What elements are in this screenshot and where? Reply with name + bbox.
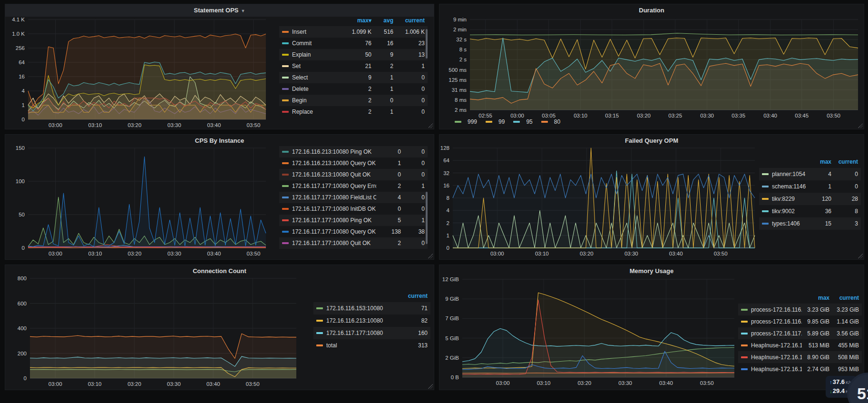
legend-scrollbar[interactable] [426, 192, 428, 244]
series-color-icon[interactable] [282, 162, 289, 164]
legend-item[interactable]: Begin200 [279, 95, 428, 106]
legend-col-current[interactable]: current [831, 158, 858, 165]
panel-title[interactable]: Duration [439, 4, 864, 17]
series-color-icon[interactable] [316, 307, 323, 309]
series-label[interactable]: Explain [292, 51, 344, 58]
series-label[interactable]: 172.16.117.177:10080 [326, 330, 397, 336]
legend-item[interactable]: total313 [313, 339, 430, 352]
series-label[interactable]: HeapInuse-172.16.116.153:10080 [751, 342, 802, 349]
panel-resize-handle[interactable] [428, 254, 433, 258]
legend-item[interactable]: process-172.16.117.177:100805.89 GiB3.56… [738, 327, 862, 339]
legend-item[interactable]: 172.16.116.213:10080 Query OK10 [279, 157, 428, 169]
legend-item[interactable]: types:1406153 [759, 217, 861, 230]
series-color-icon[interactable] [282, 219, 289, 221]
series-color-icon[interactable] [316, 332, 323, 334]
series-color-icon[interactable] [282, 242, 289, 244]
series-label[interactable]: 172.16.117.177:10080 Quit OK [292, 240, 376, 246]
series-color-icon[interactable] [282, 88, 289, 90]
series-color-icon[interactable] [741, 344, 748, 346]
panel-resize-handle[interactable] [858, 123, 863, 128]
legend-col-avg[interactable]: avg [371, 17, 393, 24]
legend-item[interactable]: tikv:9002368 [759, 205, 861, 217]
series-color-icon[interactable] [762, 173, 769, 175]
panel-resize-handle[interactable] [428, 123, 433, 128]
legend-item[interactable]: Set2121 [279, 60, 428, 72]
legend-item[interactable]: 172.16.117.177:10080160 [313, 327, 430, 339]
series-color-icon[interactable] [762, 198, 769, 200]
series-color-icon[interactable] [282, 99, 289, 101]
series-label[interactable]: Replace [292, 108, 344, 115]
series-color-icon[interactable] [741, 309, 748, 311]
legend-item[interactable]: 172.16.116.213:10080 Quit OK00 [279, 169, 428, 180]
series-color-icon[interactable] [282, 65, 289, 67]
series-label[interactable]: planner:1054 [772, 171, 809, 177]
series-label[interactable]: types:1406 [772, 220, 809, 227]
series-label[interactable]: Select [292, 74, 344, 81]
series-label[interactable]: HeapInuse-172.16.116.213:10080 [751, 354, 802, 361]
series-label[interactable]: Commit [292, 40, 344, 47]
legend-item[interactable]: Replace210 [279, 106, 428, 118]
legend-item[interactable]: Delete210 [279, 83, 428, 95]
legend-item[interactable]: 172.16.117.177:10080 Ping OK51 [279, 215, 428, 226]
series-color-icon[interactable] [316, 344, 323, 346]
legend-item[interactable]: Explain50913 [279, 49, 428, 60]
series-label[interactable]: 172.16.116.213:10080 Quit OK [292, 171, 376, 178]
series-color-icon[interactable] [282, 151, 289, 153]
series-color-icon[interactable] [282, 77, 289, 79]
legend-item[interactable]: Insert1.099 K5161.006 K [279, 26, 428, 38]
series-color-icon[interactable] [282, 185, 289, 187]
series-color-icon[interactable] [282, 54, 289, 56]
legend-item[interactable]: 80 [541, 118, 560, 125]
series-label[interactable]: schema:1146 [772, 183, 809, 190]
legend-item[interactable]: 172.16.117.177:10080 InitDB OK00 [279, 203, 428, 215]
series-label[interactable]: 172.16.117.177:10080 Ping OK [292, 217, 376, 224]
usage-gauge-widget[interactable]: 51 % [846, 372, 868, 403]
series-label[interactable]: tikv:8229 [772, 196, 809, 202]
legend-item[interactable]: planner:105440 [759, 168, 861, 180]
series-color-icon[interactable] [316, 320, 323, 322]
series-color-icon[interactable] [282, 31, 289, 33]
series-label[interactable]: 172.16.117.177:10080 Query OK [292, 228, 376, 235]
series-label[interactable]: process-172.16.116.153:10080 [751, 306, 802, 313]
legend-item[interactable]: 172.16.116.213:10080 Ping OK00 [279, 146, 428, 157]
legend-item[interactable]: Commit761623 [279, 38, 428, 49]
legend-item[interactable]: 172.16.116.213:1008082 [313, 315, 430, 327]
legend-item[interactable]: 172.16.117.177:10080 FieldList OK40 [279, 192, 428, 203]
series-label[interactable]: 172.16.117.177:10080 FieldList OK [292, 194, 376, 201]
series-label[interactable]: total [326, 342, 397, 349]
legend-col-current[interactable]: current [397, 293, 428, 299]
series-label[interactable]: 172.16.116.213:10080 Ping OK [292, 148, 376, 155]
series-color-icon[interactable] [741, 368, 748, 370]
legend-item[interactable]: 999 [455, 118, 477, 125]
legend-item[interactable]: 99 [486, 118, 505, 125]
series-label[interactable]: 172.16.116.153:10080 [326, 305, 397, 312]
series-color-icon[interactable] [282, 42, 289, 44]
legend-item[interactable]: 172.16.117.177:10080 Quit OK20 [279, 237, 428, 249]
series-label[interactable]: 172.16.116.213:10080 Query OK [292, 160, 376, 167]
legend-item[interactable]: schema:114610 [759, 180, 861, 193]
series-label[interactable]: Delete [292, 86, 344, 92]
series-color-icon[interactable] [762, 210, 769, 212]
series-label[interactable]: process-172.16.117.177:10080 [751, 330, 802, 337]
legend-col-current[interactable]: current [393, 17, 425, 24]
legend-item[interactable]: 172.16.117.177:10080 Query Error21 [279, 180, 428, 192]
series-label[interactable]: Set [292, 63, 344, 69]
series-color-icon[interactable] [762, 223, 769, 225]
panel-title[interactable]: Failed Query OPM [439, 135, 864, 147]
panel-resize-handle[interactable] [858, 254, 863, 258]
series-color-icon[interactable] [741, 321, 748, 323]
series-color-icon[interactable] [282, 174, 289, 176]
legend-item[interactable]: 95 [513, 118, 532, 125]
series-color-icon[interactable] [282, 231, 289, 233]
series-color-icon[interactable] [762, 186, 769, 187]
series-label[interactable]: process-172.16.116.213:10080 [751, 318, 802, 325]
series-label[interactable]: HeapInuse-172.16.117.177:10080 [751, 366, 802, 373]
legend-col-current[interactable]: current [829, 295, 859, 301]
legend-item[interactable]: HeapInuse-172.16.116.153:10080513 MiB455… [738, 339, 862, 351]
series-label[interactable]: Begin [292, 97, 344, 104]
series-label[interactable]: 172.16.116.213:10080 [326, 317, 397, 324]
legend-item[interactable]: HeapInuse-172.16.116.213:100808.90 GiB50… [738, 351, 862, 363]
legend-col-max[interactable]: max▾ [344, 17, 371, 24]
legend-item[interactable]: Select910 [279, 72, 428, 83]
panel-title[interactable]: Connection Count [5, 265, 434, 277]
